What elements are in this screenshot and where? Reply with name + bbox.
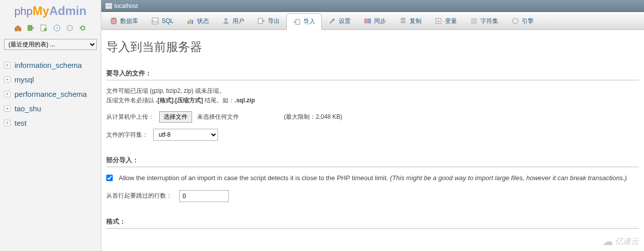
svg-text:?: ?	[56, 26, 58, 30]
content-area: 导入到当前服务器 要导入的文件： 文件可能已压缩 (gzip, bzip2, z…	[101, 30, 644, 251]
logo-php: php	[14, 5, 33, 17]
export-icon	[257, 17, 265, 25]
home-icon[interactable]	[14, 24, 22, 32]
partial-import-legend: 部分导入：	[106, 156, 639, 167]
sync-icon	[364, 17, 372, 25]
tab-bar: 数据库 SQLSQL 状态 用户 导出 导入 设置 同步 复制 $变量 字符集 …	[101, 12, 644, 30]
cloud-icon: ☁	[602, 235, 613, 248]
tab-engines[interactable]: 引擎	[505, 12, 540, 29]
tab-status[interactable]: 状态	[180, 12, 215, 29]
tab-databases[interactable]: 数据库	[103, 12, 145, 29]
server-icon	[105, 2, 112, 9]
skip-rows-input[interactable]	[179, 190, 229, 202]
svg-point-2	[44, 28, 47, 31]
choose-file-button[interactable]: 选择文件	[159, 111, 192, 123]
logo-admin: Admin	[49, 4, 87, 17]
status-icon	[187, 17, 195, 25]
charset-row: 文件的字符集： utf-8	[106, 129, 639, 141]
expand-icon[interactable]: +	[4, 120, 10, 126]
db-item-test[interactable]: +test	[3, 116, 98, 130]
logo[interactable]: phpMyAdmin	[0, 0, 101, 21]
svg-point-20	[401, 21, 406, 23]
db-label: tao_shu	[14, 104, 41, 113]
variables-icon: $	[434, 17, 442, 25]
svg-rect-11	[188, 21, 189, 24]
file-import-legend: 要导入的文件：	[106, 69, 639, 80]
main-panel: localhost 数据库 SQLSQL 状态 用户 导出 导入 设置 同步 复…	[101, 0, 644, 251]
tab-sql[interactable]: SQLSQL	[145, 12, 180, 29]
svg-point-14	[224, 18, 227, 21]
query-icon[interactable]	[40, 24, 48, 32]
wrench-icon	[328, 17, 336, 25]
import-icon	[293, 18, 301, 26]
svg-rect-16	[296, 19, 300, 24]
tab-import[interactable]: 导入	[286, 13, 322, 30]
users-icon	[222, 17, 230, 25]
no-file-text: 未选择任何文件	[197, 113, 239, 121]
db-label: test	[14, 119, 26, 127]
svg-rect-6	[106, 3, 112, 5]
svg-rect-17	[365, 19, 367, 23]
docs-icon[interactable]: ?	[53, 24, 61, 32]
allow-interrupt-checkbox[interactable]	[106, 175, 113, 181]
db-item-mysql[interactable]: +mysql	[3, 72, 98, 87]
tab-charsets[interactable]: 字符集	[463, 12, 505, 29]
svg-rect-18	[368, 19, 371, 23]
expand-icon[interactable]: +	[4, 105, 10, 112]
tab-replication[interactable]: 复制	[393, 12, 428, 29]
expand-icon[interactable]: +	[4, 91, 10, 97]
svg-rect-12	[190, 19, 191, 24]
breadcrumb: localhost	[101, 0, 644, 12]
svg-rect-7	[106, 6, 112, 8]
db-item-performance-schema[interactable]: +performance_schema	[3, 87, 98, 101]
svg-text:$: $	[437, 19, 439, 23]
tab-variables[interactable]: $变量	[428, 12, 463, 29]
expand-icon[interactable]: +	[4, 76, 10, 83]
recent-tables-select[interactable]: (最近使用的表) ...	[4, 39, 97, 50]
database-icon	[110, 17, 118, 25]
svg-text:SQL: SQL	[152, 20, 159, 23]
page-title: 导入到当前服务器	[106, 39, 639, 55]
max-size-text: (最大限制：2,048 KB)	[284, 113, 342, 121]
engines-icon	[511, 17, 519, 25]
replication-icon	[399, 17, 407, 25]
tab-settings[interactable]: 设置	[322, 12, 357, 29]
expand-icon[interactable]: +	[4, 62, 10, 68]
db-label: information_schema	[14, 61, 82, 69]
sql-help-icon[interactable]	[66, 24, 74, 32]
db-item-tao-shu[interactable]: +tao_shu	[3, 101, 98, 116]
quick-icons: ?	[0, 21, 101, 37]
database-list: +information_schema +mysql +performance_…	[0, 57, 101, 131]
charsets-icon	[470, 17, 478, 25]
tab-users[interactable]: 用户	[215, 12, 251, 29]
breadcrumb-server[interactable]: localhost	[114, 2, 138, 9]
db-label: mysql	[14, 75, 34, 84]
tab-sync[interactable]: 同步	[357, 12, 393, 29]
tab-export[interactable]: 导出	[251, 12, 286, 29]
compression-hint: 文件可能已压缩 (gzip, bzip2, zip) 或未压缩。 压缩文件名必须…	[106, 86, 639, 105]
svg-rect-13	[192, 20, 193, 24]
format-legend: 格式：	[106, 217, 639, 229]
skip-rows-row: 从首行起要跳过的行数：	[106, 190, 639, 202]
recent-tables-select-wrap: (最近使用的表) ...	[4, 39, 97, 50]
sidebar: phpMyAdmin ? (最近使用的表) ... +information_s…	[0, 0, 101, 251]
reload-icon[interactable]	[79, 24, 87, 32]
watermark: ☁ 亿速云	[602, 235, 639, 248]
charset-label: 文件的字符集：	[106, 131, 148, 139]
upload-label: 从计算机中上传：	[106, 113, 154, 121]
charset-select[interactable]: utf-8	[153, 129, 218, 141]
allow-interrupt-label: Allow the interruption of an import in c…	[119, 173, 627, 183]
sql-icon: SQL	[151, 17, 159, 25]
svg-point-19	[401, 18, 406, 20]
logo-my: My	[32, 4, 49, 17]
svg-rect-0	[28, 25, 32, 30]
svg-rect-15	[258, 18, 262, 23]
logout-icon[interactable]	[27, 24, 35, 32]
skip-rows-label: 从首行起要跳过的行数：	[106, 192, 172, 200]
db-label: performance_schema	[14, 90, 87, 98]
db-item-information-schema[interactable]: +information_schema	[3, 58, 98, 72]
allow-interrupt-row: Allow the interruption of an import in c…	[106, 173, 639, 183]
upload-row: 从计算机中上传： 选择文件 未选择任何文件 (最大限制：2,048 KB)	[106, 111, 639, 123]
